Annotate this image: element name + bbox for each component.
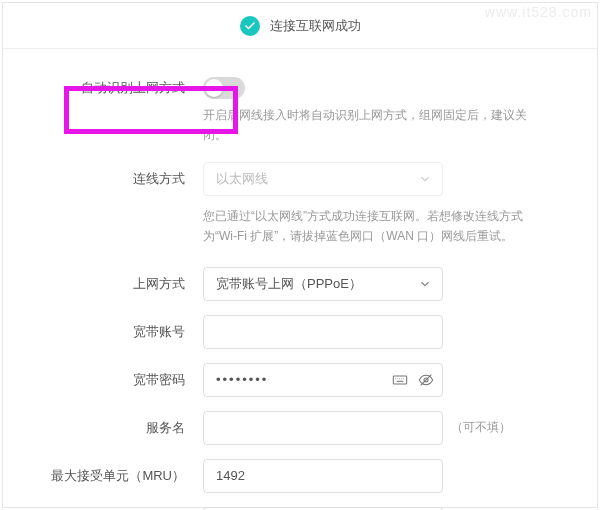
mru-label: 最大接受单元（MRU） xyxy=(33,467,203,485)
auto-detect-toggle[interactable] xyxy=(203,77,245,99)
password-label: 宽带密码 xyxy=(33,371,203,389)
password-input-wrap xyxy=(203,363,443,397)
mac-clone-row: MAC 克隆 不使用 MAC 克隆 xyxy=(33,507,567,510)
password-input[interactable] xyxy=(216,364,378,396)
auto-detect-hint-row: 开启后网线接入时将自动识别上网方式，组网固定后，建议关闭。 xyxy=(33,105,567,146)
connection-method-row: 连线方式 以太网线 xyxy=(33,162,567,196)
mru-input-wrap xyxy=(203,459,443,493)
account-label: 宽带账号 xyxy=(33,323,203,341)
svg-rect-0 xyxy=(393,376,406,384)
success-check-icon xyxy=(240,16,260,36)
auto-detect-label: 自动识别上网方式 xyxy=(33,79,203,97)
internet-mode-label: 上网方式 xyxy=(33,275,203,293)
connection-method-hint: 您已通过“以太网线”方式成功连接互联网。若想修改连线方式为“Wi-Fi 扩展”，… xyxy=(203,206,537,247)
service-label: 服务名 xyxy=(33,419,203,437)
service-optional-text: （可不填） xyxy=(451,419,511,436)
connection-method-value: 以太网线 xyxy=(216,170,268,188)
connection-method-label: 连线方式 xyxy=(33,170,203,188)
internet-mode-value: 宽带账号上网（PPPoE） xyxy=(216,275,362,293)
service-row: 服务名 （可不填） xyxy=(33,411,567,445)
chevron-down-icon xyxy=(418,172,432,186)
service-input[interactable] xyxy=(216,412,408,444)
auto-detect-hint: 开启后网线接入时将自动识别上网方式，组网固定后，建议关闭。 xyxy=(203,105,537,146)
internet-mode-row: 上网方式 宽带账号上网（PPPoE） xyxy=(33,267,567,301)
status-bar: 连接互联网成功 xyxy=(3,3,597,49)
password-row: 宽带密码 xyxy=(33,363,567,397)
chevron-down-icon xyxy=(418,277,432,291)
connection-method-hint-row: 您已通过“以太网线”方式成功连接互联网。若想修改连线方式为“Wi-Fi 扩展”，… xyxy=(33,206,567,247)
mru-input[interactable] xyxy=(216,460,408,492)
eye-off-icon[interactable] xyxy=(418,372,434,388)
form-content: 自动识别上网方式 开启后网线接入时将自动识别上网方式，组网固定后，建议关闭。 连… xyxy=(3,49,597,510)
settings-panel: 连接互联网成功 自动识别上网方式 开启后网线接入时将自动识别上网方式，组网固定后… xyxy=(2,2,598,508)
mru-row: 最大接受单元（MRU） xyxy=(33,459,567,493)
connection-method-select: 以太网线 xyxy=(203,162,443,196)
service-input-wrap xyxy=(203,411,443,445)
internet-mode-select[interactable]: 宽带账号上网（PPPoE） xyxy=(203,267,443,301)
auto-detect-row: 自动识别上网方式 xyxy=(33,77,567,99)
mac-clone-select[interactable]: 不使用 MAC 克隆 xyxy=(203,507,443,510)
account-row: 宽带账号 xyxy=(33,315,567,349)
account-input-wrap xyxy=(203,315,443,349)
keyboard-icon[interactable] xyxy=(392,372,408,388)
account-input[interactable] xyxy=(216,316,408,348)
status-text: 连接互联网成功 xyxy=(270,17,361,35)
